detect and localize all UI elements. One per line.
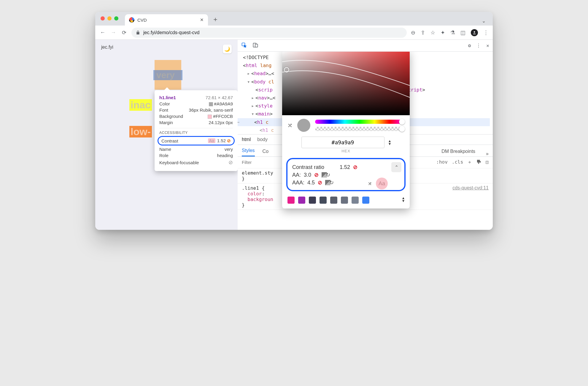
tooltip-a11y-section: ACCESSIBILITY — [159, 128, 233, 135]
tab-computed[interactable]: Co — [263, 149, 268, 156]
toolbar-actions: ⊖ ⇪ ☆ ✦ ⚗ ◫ ⋮ — [411, 29, 489, 36]
aaa-fix-button[interactable]: ↻ — [325, 179, 334, 186]
hex-label: HEX — [282, 149, 410, 156]
alpha-slider[interactable] — [315, 127, 404, 131]
page-viewport: jec.fyi 🌙 very inac low- h1.line1 72.61 … — [95, 40, 238, 230]
page-header: jec.fyi 🌙 — [95, 40, 238, 58]
swatch-4[interactable] — [320, 197, 327, 204]
reload-button[interactable]: ⟳ — [121, 29, 127, 36]
tooltip-name-value: very — [225, 147, 233, 152]
devtools-close-icon[interactable]: ✕ — [486, 43, 489, 48]
contrast-label: Contrast — [161, 138, 178, 143]
tab-dom-breakpoints[interactable]: DM Breakpoints — [441, 149, 475, 156]
site-title: jec.fyi — [101, 45, 113, 53]
settings-icon[interactable]: ⚙ — [468, 43, 471, 48]
tooltip-margin-label: Margin — [159, 120, 173, 125]
tabs-menu-icon[interactable]: ⌄ — [482, 18, 490, 26]
sidepanel-icon[interactable]: ◫ — [460, 29, 465, 36]
new-tab-button[interactable]: ＋ — [212, 15, 219, 26]
hue-slider[interactable] — [315, 120, 404, 124]
computed-sidebar-icon[interactable]: ◫ — [486, 159, 489, 166]
swatch-7[interactable] — [352, 197, 359, 204]
hov-toggle[interactable]: :hov — [436, 159, 448, 166]
new-style-rule-icon[interactable]: ＋ — [467, 159, 472, 166]
bg-eyedropper-icon[interactable]: ⤯ — [368, 181, 372, 186]
format-stepper[interactable]: ▴▾ — [389, 140, 391, 145]
browser-toolbar: ← → ⟳ jec.fyi/demo/cds-quest-cvd ⊖ ⇪ ☆ ✦… — [95, 26, 493, 40]
collapse-button[interactable]: ⌃ — [391, 162, 401, 172]
window-minimize-button[interactable] — [107, 16, 112, 20]
aa-label: AA: — [292, 172, 301, 178]
aa-fix-button[interactable]: ↻ — [322, 172, 330, 178]
omnibox[interactable]: jec.fyi/demo/cds-quest-cvd — [131, 28, 407, 38]
swatch-8[interactable] — [362, 197, 369, 204]
hue-handle-icon[interactable] — [399, 119, 405, 125]
devtools-content: <!<!DOCTYPEDOCTYPE <html lang ▸<head>…< … — [238, 52, 493, 230]
line3-text: low- — [129, 126, 152, 137]
window-controls — [101, 16, 118, 20]
aaa-label: AAA: — [292, 180, 304, 186]
current-color-swatch — [297, 119, 310, 132]
line1-text: very — [156, 70, 175, 80]
hex-input[interactable] — [301, 137, 384, 148]
browser-tab[interactable]: CVD ✕ — [125, 14, 208, 26]
inspected-element-highlight: very — [155, 60, 181, 90]
tooltip-font-value: 36px Rubik, sans-serif — [189, 107, 233, 113]
text-preview-icon: Aa — [376, 178, 388, 189]
aa-chip-icon: Aa — [208, 138, 215, 143]
bookmark-icon[interactable]: ☆ — [430, 29, 435, 36]
profile-avatar[interactable] — [471, 29, 478, 36]
chrome-window: CVD ✕ ＋ ⌄ ← → ⟳ jec.fyi/demo/cds-quest-c… — [95, 12, 493, 230]
swatch-6[interactable] — [341, 197, 348, 204]
devtools-pane: ⚙ ⋮ ✕ <!<!DOCTYPEDOCTYPE <html lang ▸<he… — [238, 40, 493, 230]
line2-text: inac — [129, 99, 152, 111]
aa-value: 3.0 — [304, 172, 311, 178]
lock-icon — [136, 30, 140, 35]
tooltip-font-label: Font — [159, 107, 168, 113]
aa-fail-icon: ⊘ — [314, 172, 319, 178]
contrast-value-group: Aa1.52⊘ — [208, 138, 231, 143]
device-toggle-icon[interactable] — [252, 42, 258, 49]
color-picker-panel: ⤯ ▴▾ HEX Contrast ratio — [282, 52, 410, 208]
saturation-value-field[interactable] — [282, 52, 410, 115]
swatch-5[interactable] — [330, 197, 337, 204]
swatch-2[interactable] — [298, 197, 305, 204]
tooltip-selector: h1.line1 — [159, 95, 176, 100]
devtools-menu-icon[interactable]: ⋮ — [476, 43, 481, 48]
alpha-handle-icon[interactable] — [399, 126, 405, 132]
dark-mode-toggle[interactable]: 🌙 — [223, 45, 232, 53]
share-icon[interactable]: ⇪ — [421, 29, 425, 36]
swatch-1[interactable] — [287, 197, 295, 204]
nav-back-button[interactable]: ← — [99, 29, 106, 36]
svg-point-0 — [474, 31, 475, 33]
tabs-overflow-icon[interactable]: » — [486, 151, 489, 156]
tooltip-margin-value: 24.12px 0px — [209, 120, 233, 125]
browser-menu-icon[interactable]: ⋮ — [483, 29, 489, 36]
satval-handle-icon[interactable] — [284, 67, 289, 72]
crumb-body: body — [257, 137, 268, 142]
paint-icon[interactable] — [476, 159, 481, 166]
eyedropper-icon[interactable]: ⤯ — [287, 122, 293, 129]
cls-toggle[interactable]: .cls — [452, 159, 463, 166]
crumb-html: html — [242, 137, 251, 142]
zoom-out-icon[interactable]: ⊖ — [411, 29, 415, 36]
palette-stepper[interactable]: ▴▾ — [402, 197, 404, 204]
window-maximize-button[interactable] — [114, 16, 118, 20]
tab-close-icon[interactable]: ✕ — [200, 17, 204, 23]
window-close-button[interactable] — [101, 16, 105, 20]
nav-forward-button[interactable]: → — [110, 29, 117, 36]
favicon-icon — [129, 17, 134, 23]
warning-icon: ⊘ — [227, 138, 231, 143]
tooltip-contrast-row: Contrast Aa1.52⊘ — [158, 136, 235, 145]
aaa-value: 4.5 — [307, 180, 315, 186]
aaa-fail-icon: ⊘ — [318, 179, 322, 186]
labs-icon[interactable]: ⚗ — [450, 29, 455, 36]
swatch-3[interactable] — [309, 197, 316, 204]
rule-source-link[interactable]: cds-quest-cvd:11 — [452, 185, 489, 191]
inspect-element-icon[interactable] — [241, 42, 247, 49]
tooltip-dimensions: 72.61 × 42.67 — [206, 95, 233, 100]
extensions-icon[interactable]: ✦ — [441, 29, 445, 36]
tooltip-name-label: Name — [159, 147, 171, 152]
contrast-ratio-panel: Contrast ratio 1.52 ⊘ ⌃ AA: 3.0 ⊘ ↻ AA — [286, 158, 406, 191]
tab-styles[interactable]: Styles — [242, 148, 255, 156]
